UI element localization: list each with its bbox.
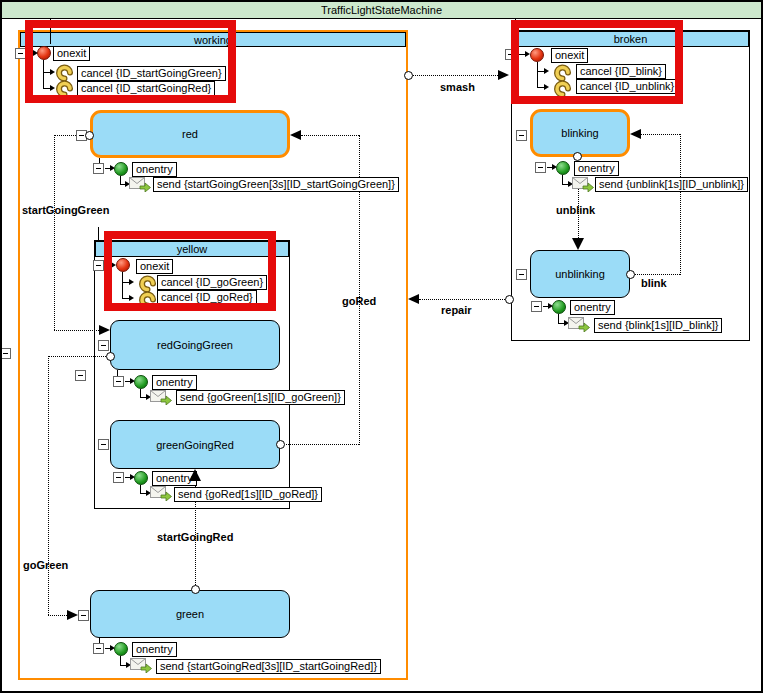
green-onentry-collapse-box[interactable]: [93, 643, 104, 654]
send-icon: [129, 177, 151, 192]
working-onexit-action[interactable]: cancel {ID_startGoingGreen}: [77, 66, 226, 81]
connector-line: [537, 62, 538, 88]
onentry-icon: [114, 642, 128, 656]
transition-smash-line: [413, 75, 498, 76]
state-green[interactable]: green: [90, 590, 290, 638]
redGoingGreen-onentry-action[interactable]: send {goGreen[1s][ID_goGreen]}: [176, 390, 345, 405]
working-collapse-box[interactable]: [0, 348, 11, 359]
green-onentry-action[interactable]: send {startGoingRed[3s][ID_startGoingRed…: [156, 659, 381, 674]
blinking-onentry-action[interactable]: send {unblink[1s][ID_unblink]}: [595, 177, 748, 192]
state-red[interactable]: red: [90, 110, 290, 158]
blinking-collapse-box[interactable]: [516, 130, 527, 141]
redGoingGreen-anchor-point[interactable]: [106, 352, 115, 361]
red-anchor-point[interactable]: [85, 131, 94, 140]
repair-source-anchor[interactable]: [505, 295, 514, 304]
transition-startGoingRed-arrow-icon: [189, 469, 201, 481]
state-yellow-titlebar[interactable]: yellow: [95, 241, 289, 257]
working-onexit-label[interactable]: onexit: [53, 46, 90, 61]
send-icon: [130, 658, 152, 673]
greenGoingRed-collapse-box[interactable]: [98, 439, 109, 450]
state-unblinking[interactable]: unblinking: [530, 250, 630, 298]
greenGoingRed-onentry-action[interactable]: send {goRed[1s][ID_goRed]}: [174, 487, 322, 502]
redGoingGreen-onentry-collapse-box[interactable]: [113, 376, 124, 387]
transition-blink-line: [635, 274, 680, 275]
yellow-collapse-box[interactable]: [75, 370, 86, 381]
red-onentry-label[interactable]: onentry: [132, 162, 177, 177]
transition-goGreen-line: [48, 615, 67, 616]
red-onentry-collapse-box[interactable]: [93, 163, 104, 174]
unblinking-collapse-box[interactable]: [516, 269, 527, 280]
transition-goRed-arrow-icon: [290, 130, 301, 140]
greenGoingRed-onentry-collapse-box[interactable]: [113, 472, 124, 483]
transition-goGreen-label[interactable]: goGreen: [23, 559, 68, 571]
connector-arrow-icon: [129, 295, 134, 301]
yellow-onexit-collapse-box[interactable]: [93, 260, 104, 271]
state-greenGoingRed[interactable]: greenGoingRed: [110, 420, 280, 469]
green-collapse-box[interactable]: [78, 610, 89, 621]
green-onentry-label[interactable]: onentry: [132, 642, 177, 657]
unblinking-anchor-point[interactable]: [626, 270, 635, 279]
transition-goRed-label[interactable]: goRed: [342, 295, 376, 307]
greenGoingRed-anchor-point[interactable]: [276, 440, 285, 449]
connector-line: [43, 60, 44, 89]
transition-blink-label[interactable]: blink: [641, 277, 667, 289]
onentry-icon: [134, 375, 148, 389]
redGoingGreen-onentry-label[interactable]: onentry: [152, 375, 197, 390]
diagram-title-bar: TrafficLightStateMachine: [2, 2, 761, 19]
unblinking-onentry-label[interactable]: onentry: [570, 300, 615, 315]
working-onexit-action[interactable]: cancel {ID_startGoingRed}: [77, 81, 215, 96]
onexit-icon: [530, 48, 544, 62]
connector-arrow-icon: [544, 68, 549, 74]
smash-source-anchor[interactable]: [404, 71, 413, 80]
transition-startGoingGreen-line: [54, 135, 55, 330]
broken-onexit-action[interactable]: cancel {ID_blink}: [576, 64, 666, 79]
transition-smash-label[interactable]: smash: [440, 81, 475, 93]
send-icon: [150, 486, 172, 501]
blinking-anchor-point[interactable]: [573, 152, 582, 161]
transition-goGreen-arrow-icon: [67, 610, 78, 620]
onexit-icon: [116, 258, 130, 272]
working-onexit-collapse-box[interactable]: [15, 48, 26, 59]
state-working-titlebar[interactable]: working: [20, 32, 406, 47]
cancel-icon: [56, 80, 75, 97]
state-redGoingGreen[interactable]: redGoingGreen: [110, 320, 280, 370]
onentry-icon: [134, 471, 148, 485]
onentry-icon: [556, 161, 570, 175]
yellow-onexit-label[interactable]: onexit: [136, 259, 173, 274]
transition-startGoingGreen-label[interactable]: startGoingGreen: [22, 204, 109, 216]
unblinking-onentry-action[interactable]: send {blink[1s][ID_blink]}: [594, 318, 722, 333]
transition-goGreen-line: [48, 356, 106, 357]
connector-arrow-icon: [50, 69, 55, 75]
broken-onexit-label[interactable]: onexit: [551, 48, 588, 63]
yellow-onexit-action[interactable]: cancel {ID_goGreen}: [157, 275, 267, 290]
transition-blink-line: [680, 134, 681, 275]
yellow-parent-stub-line: [98, 227, 99, 241]
unblinking-onentry-collapse-box[interactable]: [531, 301, 542, 312]
transition-startGoingGreen-line: [54, 330, 99, 331]
state-broken-titlebar[interactable]: broken: [512, 31, 749, 47]
connector-line: [122, 272, 123, 299]
cancel-icon: [56, 64, 75, 81]
transition-goGreen-line: [48, 356, 49, 615]
send-icon: [568, 317, 590, 332]
broken-onexit-collapse-box[interactable]: [505, 49, 516, 60]
transition-blink-arrow-icon: [630, 129, 641, 139]
transition-repair-label[interactable]: repair: [441, 304, 472, 316]
transition-startGoingRed-label[interactable]: startGoingRed: [157, 531, 233, 543]
blinking-onentry-collapse-box[interactable]: [535, 162, 546, 173]
onentry-icon: [114, 162, 128, 176]
statechart-canvas: TrafficLightStateMachine working onexit …: [0, 0, 763, 693]
connector-arrow-icon: [129, 279, 134, 285]
onexit-icon: [37, 46, 51, 60]
broken-onexit-action[interactable]: cancel {ID_unblink}: [576, 79, 678, 94]
transition-smash-arrow-icon: [498, 70, 509, 80]
yellow-onexit-action[interactable]: cancel {ID_goRed}: [157, 290, 257, 305]
green-anchor-point[interactable]: [191, 585, 200, 594]
redGoingGreen-collapse-box[interactable]: [98, 340, 109, 351]
state-blinking[interactable]: blinking: [530, 109, 630, 157]
blinking-onentry-label[interactable]: onentry: [574, 161, 619, 176]
transition-unblink-label[interactable]: unblink: [556, 204, 595, 216]
transition-startGoingGreen-arrow-icon: [99, 325, 110, 335]
red-onentry-action[interactable]: send {startGoingGreen[3s][ID_startGoingG…: [153, 177, 399, 192]
transition-repair-arrow-icon: [408, 294, 419, 304]
